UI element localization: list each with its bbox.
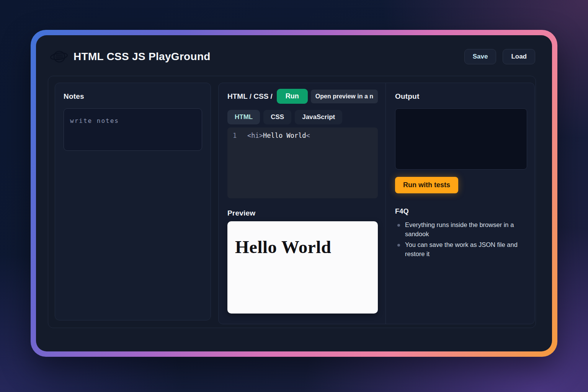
- editor-column: HTML / CSS / Run Open preview in a n HTM…: [219, 83, 386, 324]
- tab-html[interactable]: HTML: [227, 110, 260, 124]
- output-console: [395, 108, 527, 170]
- notes-panel: Notes: [55, 83, 211, 320]
- code-editor[interactable]: 1 <hi>Hello World<: [227, 127, 378, 198]
- editor-tabs: HTML CSS JavaScript: [227, 110, 378, 124]
- code-line: 1 <hi>Hello World<: [233, 132, 372, 139]
- run-button[interactable]: Run: [277, 89, 308, 104]
- preview-content: Hello World: [235, 237, 370, 257]
- tab-css[interactable]: CSS: [263, 110, 291, 124]
- line-number: 1: [233, 132, 247, 139]
- code-tag-open: <hi>: [247, 132, 263, 139]
- app-window: HTML CSS JS PlayGround Save Load Notes H…: [36, 35, 552, 351]
- editor-title: HTML / CSS /: [227, 92, 273, 101]
- preview-heading: Preview: [227, 209, 378, 217]
- planet-icon: [50, 48, 68, 65]
- code-tag-close: <: [306, 132, 310, 139]
- load-button[interactable]: Load: [503, 49, 535, 64]
- output-column: Output Run with tests F4Q Everything run…: [386, 83, 534, 324]
- output-heading: Output: [395, 92, 419, 101]
- notes-input[interactable]: [64, 108, 202, 151]
- preview-pane: Hello World: [227, 221, 378, 314]
- page-title: HTML CSS JS PlayGround: [74, 51, 211, 63]
- open-preview-button[interactable]: Open preview in a n: [311, 90, 378, 103]
- gradient-frame: HTML CSS JS PlayGround Save Load Notes H…: [31, 30, 557, 357]
- faq-item: Everything runs inside the browser in a …: [395, 220, 524, 239]
- faq-list: Everything runs inside the browser in a …: [395, 220, 524, 260]
- code-text: Hello World: [263, 132, 306, 139]
- save-button[interactable]: Save: [464, 49, 497, 64]
- playground-panel: HTML / CSS / Run Open preview in a n HTM…: [218, 83, 535, 324]
- run-with-tests-button[interactable]: Run with tests: [395, 177, 458, 193]
- faq-heading: F4Q: [395, 207, 409, 216]
- app-header: HTML CSS JS PlayGround Save Load: [36, 35, 552, 76]
- content-shell: Notes HTML / CSS / Run Open preview in a…: [48, 76, 536, 328]
- editor-header: HTML / CSS / Run Open preview in a n: [227, 89, 378, 104]
- tab-javascript[interactable]: JavaScript: [295, 110, 342, 124]
- header-actions: Save Load: [464, 49, 535, 64]
- notes-heading: Notes: [64, 92, 202, 101]
- faq-item: You can save the work as JSON file and r…: [395, 240, 524, 259]
- code-content: <hi>Hello World<: [247, 132, 310, 139]
